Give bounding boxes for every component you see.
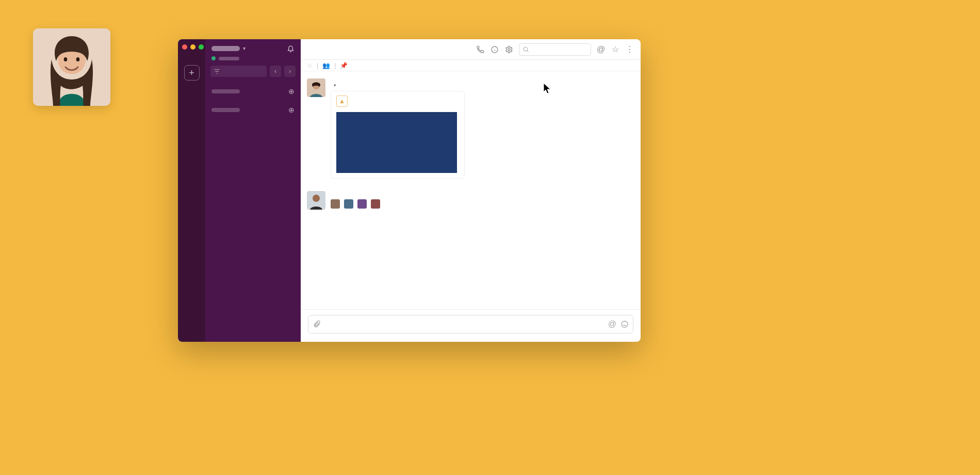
- call-icon[interactable]: [476, 45, 485, 54]
- filter-search-icon: [214, 68, 220, 75]
- attachment-thumbnail[interactable]: [336, 112, 457, 173]
- message-composer: @: [301, 309, 641, 342]
- notifications-icon[interactable]: [287, 44, 295, 52]
- add-workspace-button[interactable]: +: [184, 65, 200, 81]
- mention-icon[interactable]: @: [608, 320, 616, 329]
- workspace-switcher[interactable]: ▾: [211, 45, 246, 51]
- history-forward-button[interactable]: ›: [284, 66, 296, 77]
- presence-dot-icon: [211, 56, 216, 60]
- user-avatar[interactable]: [307, 78, 325, 97]
- mentions-icon[interactable]: @: [596, 45, 606, 54]
- zoom-dot-icon[interactable]: [199, 44, 204, 50]
- star-icon[interactable]: ☆: [611, 44, 620, 54]
- reply-avatar: [357, 199, 367, 209]
- history-back-button[interactable]: ‹: [270, 66, 281, 77]
- avatar-illustration: [33, 28, 110, 106]
- workspace-rail: +: [178, 39, 205, 342]
- jump-to-input[interactable]: [210, 66, 267, 77]
- minimize-dot-icon[interactable]: [190, 44, 195, 50]
- attach-icon[interactable]: [313, 320, 321, 328]
- svg-point-5: [524, 47, 528, 51]
- dms-section-header[interactable]: ⊕: [205, 101, 301, 116]
- gdrive-slides-icon: ▲: [336, 96, 348, 107]
- settings-icon[interactable]: [504, 45, 514, 54]
- search-input[interactable]: [519, 43, 591, 56]
- message[interactable]: [307, 188, 632, 215]
- svg-point-4: [508, 49, 510, 51]
- thread-summary[interactable]: [331, 199, 632, 209]
- user-presence-row[interactable]: [205, 56, 301, 64]
- add-dm-icon[interactable]: ⊕: [288, 106, 295, 114]
- members-icon[interactable]: 👥: [322, 62, 330, 69]
- caret-down-icon: ▾: [334, 83, 336, 88]
- add-channel-icon[interactable]: ⊕: [288, 87, 295, 96]
- channel-sidebar: ▾ ‹ › ⊕ ⊕: [205, 39, 301, 342]
- close-dot-icon[interactable]: [182, 44, 187, 50]
- message[interactable]: ▾ ▲: [307, 75, 632, 188]
- channel-subheader: ☆ |👥 |📌: [301, 60, 641, 71]
- reply-avatar: [371, 199, 380, 209]
- info-icon[interactable]: [490, 45, 499, 54]
- reply-avatar: [344, 199, 353, 209]
- attachment-source-label[interactable]: ▾: [331, 83, 632, 88]
- star-outline-icon[interactable]: ☆: [307, 62, 313, 69]
- composer-input[interactable]: @: [308, 315, 633, 334]
- svg-point-10: [622, 321, 628, 327]
- main-pane: @ ☆ ⋮ ☆ |👥 |📌: [301, 39, 641, 342]
- channels-section-header[interactable]: ⊕: [205, 82, 301, 98]
- chevron-down-icon: ▾: [243, 45, 246, 51]
- channel-header: @ ☆ ⋮: [301, 39, 641, 60]
- reply-avatar: [331, 199, 340, 209]
- search-icon: [522, 46, 529, 53]
- svg-point-1: [64, 57, 68, 61]
- emoji-icon[interactable]: [620, 320, 629, 328]
- presenter-avatar: [33, 28, 110, 106]
- more-icon[interactable]: ⋮: [625, 44, 634, 54]
- pin-icon[interactable]: 📌: [340, 62, 348, 69]
- svg-point-9: [313, 195, 320, 202]
- attachment-card[interactable]: ▲: [331, 91, 465, 179]
- window-traffic-lights[interactable]: [182, 42, 204, 51]
- user-avatar[interactable]: [307, 191, 325, 210]
- slack-window: + ▾ ‹ › ⊕: [178, 39, 641, 342]
- svg-point-2: [76, 57, 80, 61]
- message-list[interactable]: ▾ ▲: [301, 71, 641, 309]
